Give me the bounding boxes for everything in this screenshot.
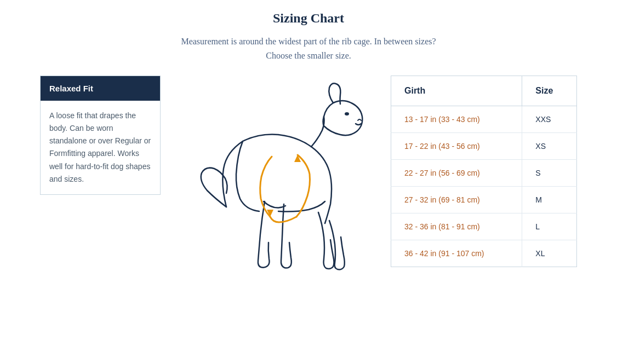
table-row: 27 - 32 in (69 - 81 cm)M — [391, 187, 577, 213]
girth-cell: 17 - 22 in (43 - 56 cm) — [391, 133, 522, 160]
fit-card-header: Relaxed Fit — [41, 76, 160, 101]
subtitle-line2: Choose the smaller size. — [266, 51, 351, 60]
svg-point-0 — [345, 112, 349, 115]
sizing-table: Girth Size 13 - 17 in (33 - 43 cm)XXS17 … — [391, 76, 577, 267]
girth-cell: 36 - 42 in (91 - 107 cm) — [391, 240, 522, 267]
girth-cell: 22 - 27 in (56 - 69 cm) — [391, 160, 522, 187]
page-title: Sizing Chart — [273, 11, 344, 26]
size-cell: M — [522, 187, 577, 213]
sizing-table-body: 13 - 17 in (33 - 43 cm)XXS17 - 22 in (43… — [391, 106, 577, 267]
girth-column-header: Girth — [391, 76, 522, 106]
size-cell: S — [522, 160, 577, 187]
girth-cell: 27 - 32 in (69 - 81 cm) — [391, 187, 522, 213]
dog-illustration — [177, 76, 374, 284]
table-row: 17 - 22 in (43 - 56 cm)XS — [391, 133, 577, 160]
size-cell: XXS — [522, 106, 577, 133]
size-column-header: Size — [522, 76, 577, 106]
dog-svg — [182, 76, 369, 284]
sizing-table-wrapper: Girth Size 13 - 17 in (33 - 43 cm)XXS17 … — [391, 76, 577, 267]
table-header-row: Girth Size — [391, 76, 577, 106]
table-row: 36 - 42 in (91 - 107 cm)XL — [391, 240, 577, 267]
page-container: Sizing Chart Measurement is around the w… — [0, 0, 617, 364]
fit-card-description: A loose fit that drapes the body. Can be… — [49, 111, 151, 183]
fit-card-body: A loose fit that drapes the body. Can be… — [41, 101, 160, 194]
subtitle-line1: Measurement is around the widest part of… — [181, 37, 436, 46]
girth-cell: 32 - 36 in (81 - 91 cm) — [391, 213, 522, 240]
size-cell: L — [522, 213, 577, 240]
size-cell: XS — [522, 133, 577, 160]
table-row: 32 - 36 in (81 - 91 cm)L — [391, 213, 577, 240]
table-row: 13 - 17 in (33 - 43 cm)XXS — [391, 106, 577, 133]
fit-card: Relaxed Fit A loose fit that drapes the … — [40, 76, 161, 195]
table-row: 22 - 27 in (56 - 69 cm)S — [391, 160, 577, 187]
size-cell: XL — [522, 240, 577, 267]
main-content: Relaxed Fit A loose fit that drapes the … — [22, 76, 595, 284]
subtitle: Measurement is around the widest part of… — [181, 34, 436, 62]
girth-cell: 13 - 17 in (33 - 43 cm) — [391, 106, 522, 133]
